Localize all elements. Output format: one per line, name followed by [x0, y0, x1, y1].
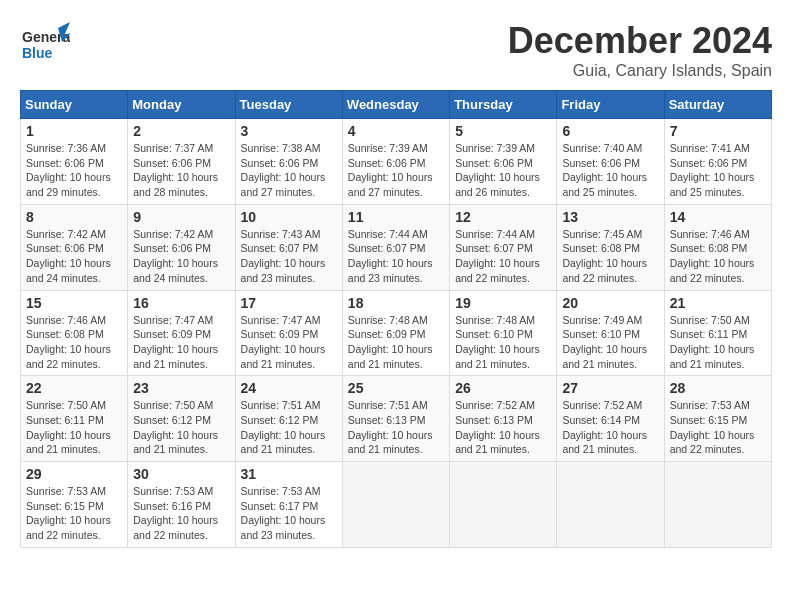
title-area: December 2024 Guia, Canary Islands, Spai…: [508, 20, 772, 80]
day-number: 21: [670, 295, 766, 311]
day-number: 19: [455, 295, 551, 311]
day-info: Sunrise: 7:50 AM Sunset: 6:11 PM Dayligh…: [670, 313, 766, 372]
calendar-cell: 28 Sunrise: 7:53 AM Sunset: 6:15 PM Dayl…: [664, 376, 771, 462]
day-info: Sunrise: 7:48 AM Sunset: 6:10 PM Dayligh…: [455, 313, 551, 372]
weekday-header-wednesday: Wednesday: [342, 91, 449, 119]
day-number: 14: [670, 209, 766, 225]
day-number: 29: [26, 466, 122, 482]
day-info: Sunrise: 7:40 AM Sunset: 6:06 PM Dayligh…: [562, 141, 658, 200]
day-info: Sunrise: 7:38 AM Sunset: 6:06 PM Dayligh…: [241, 141, 337, 200]
calendar-cell: 19 Sunrise: 7:48 AM Sunset: 6:10 PM Dayl…: [450, 290, 557, 376]
day-number: 25: [348, 380, 444, 396]
calendar-cell: 20 Sunrise: 7:49 AM Sunset: 6:10 PM Dayl…: [557, 290, 664, 376]
calendar-cell: [450, 462, 557, 548]
day-number: 6: [562, 123, 658, 139]
day-info: Sunrise: 7:37 AM Sunset: 6:06 PM Dayligh…: [133, 141, 229, 200]
day-info: Sunrise: 7:44 AM Sunset: 6:07 PM Dayligh…: [455, 227, 551, 286]
day-number: 10: [241, 209, 337, 225]
day-number: 28: [670, 380, 766, 396]
day-number: 8: [26, 209, 122, 225]
calendar-cell: 22 Sunrise: 7:50 AM Sunset: 6:11 PM Dayl…: [21, 376, 128, 462]
day-info: Sunrise: 7:47 AM Sunset: 6:09 PM Dayligh…: [133, 313, 229, 372]
day-info: Sunrise: 7:50 AM Sunset: 6:11 PM Dayligh…: [26, 398, 122, 457]
calendar-cell: 23 Sunrise: 7:50 AM Sunset: 6:12 PM Dayl…: [128, 376, 235, 462]
weekday-header-tuesday: Tuesday: [235, 91, 342, 119]
day-info: Sunrise: 7:49 AM Sunset: 6:10 PM Dayligh…: [562, 313, 658, 372]
calendar-cell: [557, 462, 664, 548]
day-number: 12: [455, 209, 551, 225]
calendar-cell: 10 Sunrise: 7:43 AM Sunset: 6:07 PM Dayl…: [235, 204, 342, 290]
day-info: Sunrise: 7:52 AM Sunset: 6:13 PM Dayligh…: [455, 398, 551, 457]
day-info: Sunrise: 7:48 AM Sunset: 6:09 PM Dayligh…: [348, 313, 444, 372]
day-info: Sunrise: 7:53 AM Sunset: 6:16 PM Dayligh…: [133, 484, 229, 543]
day-number: 23: [133, 380, 229, 396]
day-number: 11: [348, 209, 444, 225]
calendar-cell: 17 Sunrise: 7:47 AM Sunset: 6:09 PM Dayl…: [235, 290, 342, 376]
svg-text:Blue: Blue: [22, 45, 53, 61]
location-title: Guia, Canary Islands, Spain: [508, 62, 772, 80]
day-info: Sunrise: 7:51 AM Sunset: 6:12 PM Dayligh…: [241, 398, 337, 457]
day-number: 22: [26, 380, 122, 396]
weekday-header-saturday: Saturday: [664, 91, 771, 119]
calendar-cell: 21 Sunrise: 7:50 AM Sunset: 6:11 PM Dayl…: [664, 290, 771, 376]
day-info: Sunrise: 7:51 AM Sunset: 6:13 PM Dayligh…: [348, 398, 444, 457]
day-info: Sunrise: 7:44 AM Sunset: 6:07 PM Dayligh…: [348, 227, 444, 286]
day-number: 16: [133, 295, 229, 311]
calendar-cell: 4 Sunrise: 7:39 AM Sunset: 6:06 PM Dayli…: [342, 119, 449, 205]
month-title: December 2024: [508, 20, 772, 62]
day-number: 3: [241, 123, 337, 139]
day-number: 15: [26, 295, 122, 311]
logo: General Blue: [20, 20, 70, 74]
day-info: Sunrise: 7:52 AM Sunset: 6:14 PM Dayligh…: [562, 398, 658, 457]
calendar-cell: 13 Sunrise: 7:45 AM Sunset: 6:08 PM Dayl…: [557, 204, 664, 290]
calendar-cell: 7 Sunrise: 7:41 AM Sunset: 6:06 PM Dayli…: [664, 119, 771, 205]
calendar-cell: [342, 462, 449, 548]
day-number: 24: [241, 380, 337, 396]
day-info: Sunrise: 7:47 AM Sunset: 6:09 PM Dayligh…: [241, 313, 337, 372]
weekday-header-friday: Friday: [557, 91, 664, 119]
calendar-cell: 1 Sunrise: 7:36 AM Sunset: 6:06 PM Dayli…: [21, 119, 128, 205]
day-info: Sunrise: 7:42 AM Sunset: 6:06 PM Dayligh…: [26, 227, 122, 286]
calendar-cell: 12 Sunrise: 7:44 AM Sunset: 6:07 PM Dayl…: [450, 204, 557, 290]
day-info: Sunrise: 7:46 AM Sunset: 6:08 PM Dayligh…: [670, 227, 766, 286]
day-number: 5: [455, 123, 551, 139]
weekday-header-sunday: Sunday: [21, 91, 128, 119]
calendar-cell: 3 Sunrise: 7:38 AM Sunset: 6:06 PM Dayli…: [235, 119, 342, 205]
day-info: Sunrise: 7:39 AM Sunset: 6:06 PM Dayligh…: [348, 141, 444, 200]
day-info: Sunrise: 7:45 AM Sunset: 6:08 PM Dayligh…: [562, 227, 658, 286]
calendar-cell: [664, 462, 771, 548]
day-info: Sunrise: 7:46 AM Sunset: 6:08 PM Dayligh…: [26, 313, 122, 372]
day-number: 20: [562, 295, 658, 311]
weekday-header-row: SundayMondayTuesdayWednesdayThursdayFrid…: [21, 91, 772, 119]
day-number: 7: [670, 123, 766, 139]
weekday-header-thursday: Thursday: [450, 91, 557, 119]
day-number: 17: [241, 295, 337, 311]
day-info: Sunrise: 7:53 AM Sunset: 6:17 PM Dayligh…: [241, 484, 337, 543]
day-info: Sunrise: 7:41 AM Sunset: 6:06 PM Dayligh…: [670, 141, 766, 200]
calendar-cell: 11 Sunrise: 7:44 AM Sunset: 6:07 PM Dayl…: [342, 204, 449, 290]
calendar-cell: 16 Sunrise: 7:47 AM Sunset: 6:09 PM Dayl…: [128, 290, 235, 376]
calendar-cell: 24 Sunrise: 7:51 AM Sunset: 6:12 PM Dayl…: [235, 376, 342, 462]
logo-icon: General Blue: [20, 20, 70, 70]
calendar-cell: 31 Sunrise: 7:53 AM Sunset: 6:17 PM Dayl…: [235, 462, 342, 548]
calendar-cell: 6 Sunrise: 7:40 AM Sunset: 6:06 PM Dayli…: [557, 119, 664, 205]
day-number: 13: [562, 209, 658, 225]
weekday-header-monday: Monday: [128, 91, 235, 119]
calendar-cell: 27 Sunrise: 7:52 AM Sunset: 6:14 PM Dayl…: [557, 376, 664, 462]
day-number: 31: [241, 466, 337, 482]
day-number: 26: [455, 380, 551, 396]
calendar-cell: 9 Sunrise: 7:42 AM Sunset: 6:06 PM Dayli…: [128, 204, 235, 290]
day-info: Sunrise: 7:43 AM Sunset: 6:07 PM Dayligh…: [241, 227, 337, 286]
calendar-cell: 14 Sunrise: 7:46 AM Sunset: 6:08 PM Dayl…: [664, 204, 771, 290]
day-number: 1: [26, 123, 122, 139]
calendar-cell: 15 Sunrise: 7:46 AM Sunset: 6:08 PM Dayl…: [21, 290, 128, 376]
calendar-cell: 2 Sunrise: 7:37 AM Sunset: 6:06 PM Dayli…: [128, 119, 235, 205]
day-number: 18: [348, 295, 444, 311]
calendar-cell: 25 Sunrise: 7:51 AM Sunset: 6:13 PM Dayl…: [342, 376, 449, 462]
page-header: General Blue December 2024 Guia, Canary …: [20, 20, 772, 80]
day-number: 2: [133, 123, 229, 139]
day-info: Sunrise: 7:53 AM Sunset: 6:15 PM Dayligh…: [26, 484, 122, 543]
calendar-table: SundayMondayTuesdayWednesdayThursdayFrid…: [20, 90, 772, 548]
calendar-cell: 8 Sunrise: 7:42 AM Sunset: 6:06 PM Dayli…: [21, 204, 128, 290]
day-number: 30: [133, 466, 229, 482]
